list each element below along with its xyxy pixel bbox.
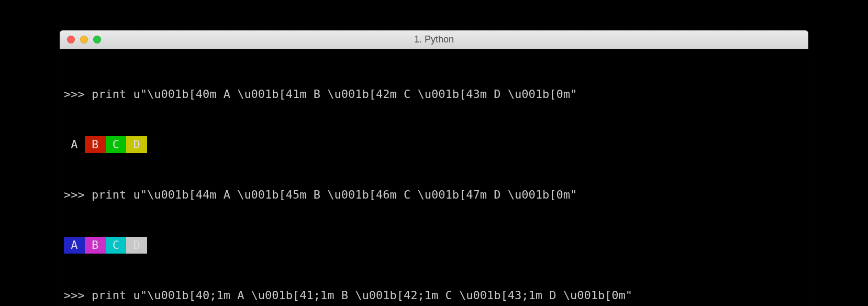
prompt: >>> [64, 88, 92, 101]
output-row: A B C D [64, 136, 804, 153]
ansi-seg: D [126, 136, 147, 153]
ansi-seg: C [106, 136, 127, 153]
window-titlebar: 1. Python [60, 30, 808, 49]
prompt: >>> [64, 289, 92, 302]
prompt: >>> [64, 188, 92, 201]
ansi-seg: D [126, 237, 147, 254]
ansi-seg: A [64, 136, 85, 153]
ansi-seg: C [106, 237, 127, 254]
ansi-seg: B [85, 136, 106, 153]
cmd-text: print u"\u001b[40m A \u001b[41m B \u001b… [92, 88, 577, 101]
ansi-seg: A [64, 237, 85, 254]
cmd-text: print u"\u001b[44m A \u001b[45m B \u001b… [92, 188, 577, 201]
terminal-window: 1. Python >>> print u"\u001b[40m A \u001… [60, 30, 808, 306]
ansi-seg: B [85, 237, 106, 254]
output-row: A B C D [64, 237, 804, 254]
cmd-row: >>> print u"\u001b[40;1m A \u001b[41;1m … [64, 287, 804, 304]
cmd-row: >>> print u"\u001b[44m A \u001b[45m B \u… [64, 187, 804, 203]
cmd-text: print u"\u001b[40;1m A \u001b[41;1m B \u… [92, 289, 632, 302]
window-title: 1. Python [60, 34, 808, 45]
cmd-row: >>> print u"\u001b[40m A \u001b[41m B \u… [64, 86, 804, 103]
terminal-body[interactable]: >>> print u"\u001b[40m A \u001b[41m B \u… [60, 49, 808, 306]
